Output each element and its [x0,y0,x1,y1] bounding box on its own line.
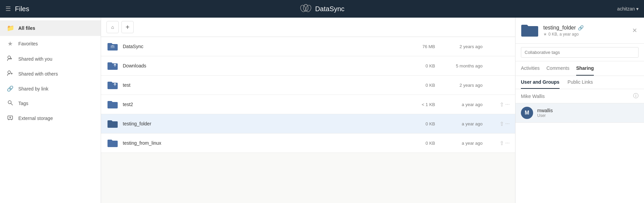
panel-folder-icon [521,23,539,38]
file-size: 0 KB [401,83,435,88]
file-name: DataSync [123,44,401,49]
file-date: 2 years ago [435,83,483,88]
file-name: test [123,82,401,88]
collab-tags-section [515,44,644,61]
table-row[interactable]: testing_from_linux 0 KB a year ago ⇧ ··· [101,134,515,153]
file-date: 2 years ago [435,44,483,49]
sidebar-item-shared-by-link[interactable]: 🔗 Shared by link [0,81,101,96]
main-layout: 📁 All files ★ Favorites Shared with you … [0,18,644,203]
logo-icon [299,3,312,15]
sidebar-item-label-shared-by-link: Shared by link [18,86,48,92]
panel-link-icon[interactable]: 🔗 [578,25,584,31]
table-row[interactable]: testing_folder 0 KB a year ago ⇧ ··· [101,114,515,134]
share-icon[interactable]: ⇧ [500,140,504,146]
sub-tabs: User and Groups Public Links [515,76,644,89]
table-row[interactable]: test2 < 1 KB a year ago ⇧ ··· [101,95,515,114]
table-row[interactable]: test 0 KB 2 years ago [101,76,515,95]
file-name: testing_folder [123,121,401,126]
file-name: Downloads [123,63,401,68]
menu-icon[interactable]: ☰ [5,5,11,13]
file-icon-datasync [106,40,119,53]
sub-tab-public-links[interactable]: Public Links [568,76,593,89]
share-search-input[interactable] [521,94,633,99]
svg-rect-8 [111,45,115,48]
table-row[interactable]: DataSync 76 MB 2 years ago [101,37,515,56]
tab-activities[interactable]: Activities [521,61,540,76]
tags-search-icon [7,100,14,107]
home-icon: ⌂ [111,24,114,30]
panel-star-icon[interactable]: ★ [543,32,547,37]
folder-filled-icon: 📁 [7,24,14,32]
info-icon[interactable]: ⓘ [633,93,639,100]
file-actions: ⇧ ··· [483,121,510,127]
file-toolbar: ⌂ + [101,18,515,37]
more-icon[interactable]: ··· [505,121,510,127]
link-icon: 🔗 [7,85,14,92]
shared-with-you-icon [7,56,14,62]
user-role: User [537,113,553,118]
file-date: 5 months ago [435,63,483,68]
panel-folder-name: testing_folder 🔗 [543,25,623,31]
user-result[interactable]: M mwallis User [515,103,644,123]
sidebar-item-label-tags: Tags [18,101,28,106]
sidebar-item-favorites[interactable]: ★ Favorites [0,36,101,52]
brand-center: DataSync [299,3,345,15]
username-label: achitzan [617,6,635,12]
sidebar-item-label-all-files: All files [18,25,35,31]
tab-sharing[interactable]: Sharing [576,61,594,76]
user-name: mwallis [537,108,553,113]
file-name: testing_from_linux [123,140,401,146]
file-size: < 1 KB [401,102,435,107]
top-header: ☰ Files DataSync achitzan ▾ [0,0,644,18]
file-area: ⌂ + DataSync 76 MB 2 years ago [101,18,515,203]
file-icon-testing-folder [106,118,119,130]
app-title: Files [15,5,29,13]
file-actions: ⇧ ··· [483,101,510,108]
tab-comments[interactable]: Comments [546,61,569,76]
close-button[interactable]: ✕ [631,25,639,36]
panel-folder-meta: ★ 0 KB, a year ago [543,32,623,37]
brand-name: DataSync [315,5,345,13]
sidebar-item-all-files[interactable]: 📁 All files [0,20,101,36]
sidebar-item-tags[interactable]: Tags [0,96,101,111]
sidebar-item-shared-with-you[interactable]: Shared with you [0,52,101,66]
more-icon[interactable]: ··· [505,101,510,107]
sidebar-item-label-shared-with-others: Shared with others [18,71,58,77]
share-icon[interactable]: ⇧ [500,121,504,127]
panel-header: testing_folder 🔗 ★ 0 KB, a year ago ✕ [515,18,644,44]
sidebar: 📁 All files ★ Favorites Shared with you … [0,18,101,203]
svg-point-4 [8,71,11,74]
sub-tab-user-groups[interactable]: User and Groups [521,76,560,89]
sidebar-item-shared-with-others[interactable]: Shared with others [0,66,101,81]
file-icon-testing-from-linux [106,137,119,149]
file-icon-test2 [106,98,119,110]
add-button[interactable]: + [121,21,134,33]
user-avatar: M [521,107,533,119]
panel-folder-meta-text: 0 KB, a year ago [548,32,579,37]
collab-tags-input[interactable] [521,47,639,58]
file-list: DataSync 76 MB 2 years ago Downloads 0 K… [101,37,515,153]
svg-line-6 [11,103,13,105]
file-date: a year ago [435,141,483,146]
svg-point-3 [8,56,11,59]
file-icon-test [106,79,119,91]
panel-title-area: testing_folder 🔗 ★ 0 KB, a year ago [543,25,623,37]
sidebar-item-external-storage[interactable]: External storage [0,111,101,126]
file-size: 0 KB [401,141,435,146]
external-storage-icon [7,115,14,122]
user-info: mwallis User [537,108,553,118]
more-icon[interactable]: ··· [505,140,510,146]
home-button[interactable]: ⌂ [106,21,119,33]
file-size: 0 KB [401,63,435,68]
sidebar-item-label-favorites: Favorites [18,41,38,46]
share-search-row: ⓘ [515,89,644,103]
table-row[interactable]: Downloads 0 KB 5 months ago [101,56,515,76]
file-date: a year ago [435,102,483,107]
user-menu[interactable]: achitzan ▾ [617,6,639,12]
dropdown-chevron: ▾ [636,6,639,12]
file-name: test2 [123,102,401,107]
sidebar-item-label-shared-with-you: Shared with you [18,56,52,62]
share-icon[interactable]: ⇧ [500,101,504,108]
file-size: 76 MB [401,44,435,49]
file-icon-downloads [106,60,119,72]
